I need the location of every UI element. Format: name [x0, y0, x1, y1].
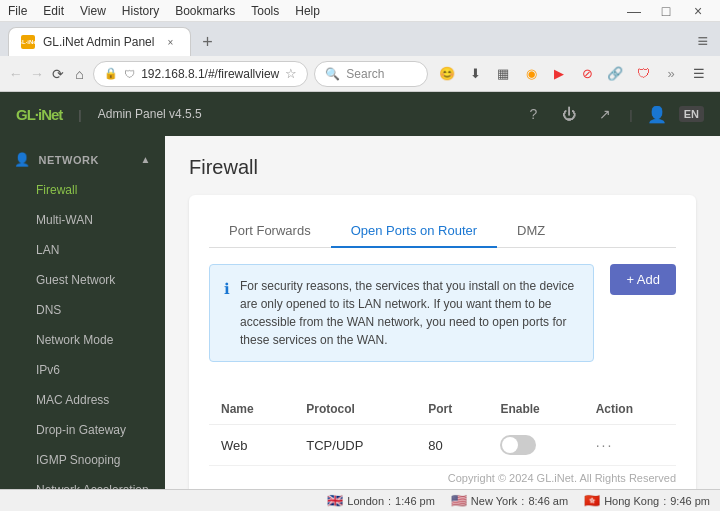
search-bar[interactable]: 🔍 Search	[314, 61, 428, 87]
addon2-icon[interactable]: ▶	[546, 61, 572, 87]
sidebar-item-firewall[interactable]: Firewall	[0, 175, 165, 205]
newyork-time: 8:46 am	[528, 495, 568, 507]
menu-button[interactable]: ☰	[686, 61, 712, 87]
forward-button[interactable]: →	[29, 60, 44, 88]
addon3-icon[interactable]: ⊘	[574, 61, 600, 87]
extensions-icon[interactable]: 😊	[434, 61, 460, 87]
newyork-label: New York	[471, 495, 517, 507]
copyright: Copyright © 2024 GL.iNet. All Rights Res…	[209, 466, 676, 484]
header-icons: ? ⏻ ↗ | 👤 EN	[519, 100, 704, 128]
more-options-button[interactable]: ···	[596, 437, 614, 453]
hongkong-time: 9:46 pm	[670, 495, 710, 507]
addon4-icon[interactable]: 🔗	[602, 61, 628, 87]
user-icon[interactable]: 👤	[643, 100, 671, 128]
tab-list: Port Forwards Open Ports on Router DMZ	[209, 215, 676, 248]
cell-enable	[488, 425, 583, 466]
address-shield-icon: 🛡	[124, 68, 135, 80]
menu-help[interactable]: Help	[295, 4, 320, 18]
menu-bar: File Edit View History Bookmarks Tools H…	[0, 0, 720, 22]
network-icon: 👤	[14, 152, 31, 167]
search-placeholder: Search	[346, 67, 384, 81]
back-button[interactable]: ←	[8, 60, 23, 88]
sidebar-item-acceleration[interactable]: Network Acceleration	[0, 475, 165, 489]
cell-action: ···	[584, 425, 676, 466]
footer-london: 🇬🇧 London: 1:46 pm	[327, 493, 435, 508]
tab-list-button[interactable]: ≡	[693, 27, 712, 56]
info-icon: ℹ	[224, 278, 230, 301]
maximize-button[interactable]: □	[652, 0, 680, 25]
col-name: Name	[209, 394, 294, 425]
language-selector[interactable]: EN	[679, 106, 704, 122]
cell-port: 80	[416, 425, 488, 466]
sidebar-item-dns[interactable]: DNS	[0, 295, 165, 325]
tab-port-forwards[interactable]: Port Forwards	[209, 215, 331, 248]
action-icons: 😊 ⬇ ▦ ◉ ▶ ⊘ 🔗 🛡 » ☰	[434, 61, 712, 87]
table-row: Web TCP/UDP 80 ···	[209, 425, 676, 466]
sidebar-icon[interactable]: ▦	[490, 61, 516, 87]
bookmark-star-icon[interactable]: ☆	[285, 66, 297, 81]
cell-name: Web	[209, 425, 294, 466]
add-button[interactable]: + Add	[610, 264, 676, 295]
app-header: GL·iNet | Admin Panel v4.5.5 ? ⏻ ↗ | 👤 E…	[0, 92, 720, 136]
network-label: NETWORK	[39, 154, 99, 166]
info-box: ℹ For security reasons, the services tha…	[209, 264, 594, 362]
sidebar-item-ipv6[interactable]: IPv6	[0, 355, 165, 385]
tab-dmz[interactable]: DMZ	[497, 215, 565, 248]
network-section-header[interactable]: 👤 NETWORK ▲	[0, 144, 165, 175]
info-row: ℹ For security reasons, the services tha…	[209, 264, 676, 378]
app-body: 👤 NETWORK ▲ Firewall Multi-WAN LAN Gues	[0, 136, 720, 489]
page-title: Firewall	[189, 156, 696, 179]
network-arrow: ▲	[141, 154, 151, 165]
lock-icon: 🔒	[104, 67, 118, 80]
menu-edit[interactable]: Edit	[43, 4, 64, 18]
reload-button[interactable]: ⟳	[51, 60, 66, 88]
addon1-icon[interactable]: ◉	[518, 61, 544, 87]
browser-tab-active[interactable]: GL·iNet GL.iNet Admin Panel ×	[8, 27, 191, 56]
header-divider: |	[78, 107, 81, 122]
sidebar-item-dropingateway[interactable]: Drop-in Gateway	[0, 415, 165, 445]
sidebar: 👤 NETWORK ▲ Firewall Multi-WAN LAN Gues	[0, 136, 165, 489]
menu-view[interactable]: View	[80, 4, 106, 18]
logo-text: GL·iNet	[16, 106, 62, 123]
close-button[interactable]: ×	[684, 0, 712, 25]
help-icon[interactable]: ?	[519, 100, 547, 128]
new-tab-button[interactable]: +	[193, 28, 221, 56]
minimize-button[interactable]: —	[620, 0, 648, 25]
sidebar-item-multiwan[interactable]: Multi-WAN	[0, 205, 165, 235]
search-icon: 🔍	[325, 67, 340, 81]
ports-table: Name Protocol Port Enable Action Web TCP…	[209, 394, 676, 466]
download-icon[interactable]: ⬇	[462, 61, 488, 87]
sidebar-item-networkmode[interactable]: Network Mode	[0, 325, 165, 355]
more-actions-button[interactable]: »	[658, 61, 684, 87]
browser-footer: 🇬🇧 London: 1:46 pm 🇺🇸 New York: 8:46 am …	[0, 489, 720, 511]
col-port: Port	[416, 394, 488, 425]
tab-close-button[interactable]: ×	[162, 34, 178, 50]
sidebar-item-guestnetwork[interactable]: Guest Network	[0, 265, 165, 295]
sidebar-item-lan[interactable]: LAN	[0, 235, 165, 265]
share-icon[interactable]: ↗	[591, 100, 619, 128]
main-content: Firewall Port Forwards Open Ports on Rou…	[165, 136, 720, 489]
sidebar-item-macaddress[interactable]: MAC Address	[0, 385, 165, 415]
col-action: Action	[584, 394, 676, 425]
addon5-icon[interactable]: 🛡	[630, 61, 656, 87]
power-icon[interactable]: ⏻	[555, 100, 583, 128]
enable-toggle[interactable]	[500, 435, 536, 455]
menu-file[interactable]: File	[8, 4, 27, 18]
tab-open-ports[interactable]: Open Ports on Router	[331, 215, 497, 248]
newyork-flag: 🇺🇸	[451, 493, 467, 508]
address-bar[interactable]: 🔒 🛡 192.168.8.1/#/firewallview ☆	[93, 61, 308, 87]
sidebar-item-igmp[interactable]: IGMP Snooping	[0, 445, 165, 475]
app-logo: GL·iNet	[16, 106, 62, 123]
menu-history[interactable]: History	[122, 4, 159, 18]
menu-tools[interactable]: Tools	[251, 4, 279, 18]
cell-protocol: TCP/UDP	[294, 425, 416, 466]
menu-bookmarks[interactable]: Bookmarks	[175, 4, 235, 18]
home-button[interactable]: ⌂	[72, 60, 87, 88]
london-label: London	[347, 495, 384, 507]
address-text: 192.168.8.1/#/firewallview	[141, 67, 279, 81]
browser-window: File Edit View History Bookmarks Tools H…	[0, 0, 720, 511]
hongkong-flag: 🇭🇰	[584, 493, 600, 508]
tab-bar: GL·iNet GL.iNet Admin Panel × + ≡	[0, 22, 720, 56]
firewall-card: Port Forwards Open Ports on Router DMZ ℹ	[189, 195, 696, 489]
network-section: 👤 NETWORK ▲ Firewall Multi-WAN LAN Gues	[0, 136, 165, 489]
